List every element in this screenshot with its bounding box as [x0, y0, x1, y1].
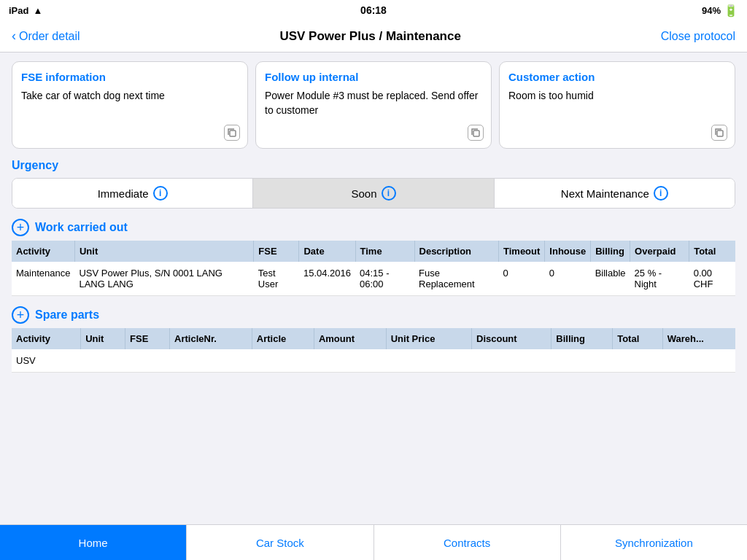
- customer-action-copy-icon[interactable]: [711, 125, 727, 141]
- col-billing: Billing: [591, 241, 630, 262]
- status-time: 06:18: [360, 4, 387, 16]
- spare-parts-header: + Spare parts: [12, 306, 735, 324]
- device-label: iPad: [9, 5, 28, 16]
- tab-synchronization-label: Synchronization: [615, 537, 693, 549]
- fse-info-text: Take car of watch dog next time: [21, 89, 239, 104]
- svg-rect-0: [230, 131, 236, 136]
- cell-timeout: 0: [499, 262, 545, 296]
- battery-icon: 🔋: [724, 4, 738, 18]
- col-overpaid: Overpaid: [630, 241, 689, 262]
- urgency-next-info-icon[interactable]: i: [654, 186, 668, 201]
- fse-copy-icon[interactable]: [224, 125, 240, 141]
- sp-col-warehouse: Wareh...: [662, 328, 735, 349]
- sp-cell-discount: [472, 349, 551, 373]
- follow-up-text: Power Module #3 must be replaced. Send o…: [265, 89, 482, 117]
- sp-cell-unit: [81, 349, 125, 373]
- sp-cell-total: [613, 349, 663, 373]
- tab-car-stock-label: Car Stock: [256, 537, 304, 549]
- follow-up-title: Follow up internal: [265, 71, 482, 83]
- urgency-next-maintenance-button[interactable]: Next Maintenance i: [495, 179, 735, 208]
- sp-cell-billing: [551, 349, 613, 373]
- spare-parts-label: Spare parts: [35, 308, 99, 322]
- nav-bar: ‹ Order detail USV Power Plus / Maintena…: [0, 20, 747, 52]
- sp-col-fse: FSE: [125, 328, 170, 349]
- sp-cell-activity: USV: [12, 349, 81, 373]
- tab-synchronization[interactable]: Synchronization: [561, 525, 747, 560]
- spare-parts-table-header: Activity Unit FSE ArticleNr. Article Amo…: [12, 328, 735, 349]
- cell-time: 04:15 - 06:00: [355, 262, 414, 296]
- urgency-soon-button[interactable]: Soon i: [253, 179, 494, 208]
- col-date: Date: [299, 241, 355, 262]
- follow-up-card: Follow up internal Power Module #3 must …: [255, 61, 492, 149]
- tab-home[interactable]: Home: [0, 525, 187, 560]
- sp-cell-unitprice: [386, 349, 471, 373]
- sp-col-unit: Unit: [81, 328, 125, 349]
- battery-percentage: 94%: [702, 5, 721, 16]
- sp-col-activity: Activity: [12, 328, 81, 349]
- customer-action-card: Customer action Room is too humid: [499, 61, 735, 149]
- col-unit: Unit: [74, 241, 253, 262]
- cell-date: 15.04.2016: [299, 262, 355, 296]
- info-cards-row: FSE information Take car of watch dog ne…: [12, 61, 735, 149]
- spare-parts-section: + Spare parts Activity Unit FSE ArticleN…: [12, 306, 735, 373]
- urgency-soon-info-icon[interactable]: i: [382, 186, 396, 201]
- customer-action-text: Room is too humid: [508, 89, 726, 104]
- col-timeout: Timeout: [499, 241, 545, 262]
- urgency-selector: Immediate i Soon i Next Maintenance i: [12, 178, 735, 209]
- table-row[interactable]: Maintenance USV Power Plus, S/N 0001 LAN…: [12, 262, 735, 296]
- customer-action-title: Customer action: [508, 71, 726, 83]
- cell-billing: Billable: [591, 262, 630, 296]
- urgency-immediate-info-icon[interactable]: i: [153, 186, 168, 201]
- svg-rect-1: [473, 131, 479, 136]
- svg-rect-2: [717, 131, 723, 136]
- tab-contracts[interactable]: Contracts: [374, 525, 561, 560]
- sp-col-billing: Billing: [551, 328, 613, 349]
- urgency-soon-label: Soon: [351, 187, 376, 200]
- sp-cell-amount: [314, 349, 386, 373]
- fse-info-card: FSE information Take car of watch dog ne…: [12, 61, 248, 149]
- add-spare-part-button[interactable]: +: [12, 306, 29, 324]
- follow-up-copy-icon[interactable]: [468, 125, 484, 141]
- sp-cell-fse: [125, 349, 170, 373]
- back-chevron-icon: ‹: [12, 28, 16, 44]
- col-inhouse: Inhouse: [545, 241, 591, 262]
- sp-col-total: Total: [613, 328, 663, 349]
- urgency-label: Urgency: [12, 159, 735, 172]
- sp-col-unitprice: Unit Price: [386, 328, 471, 349]
- tab-contracts-label: Contracts: [444, 537, 490, 549]
- cell-description: Fuse Replacement: [414, 262, 498, 296]
- tab-bar: Home Car Stock Contracts Synchronization: [0, 524, 747, 560]
- sp-col-articleNr: ArticleNr.: [170, 328, 252, 349]
- cell-total: 0.00 CHF: [689, 262, 735, 296]
- back-button[interactable]: ‹ Order detail: [12, 28, 80, 44]
- col-time: Time: [355, 241, 414, 262]
- urgency-immediate-label: Immediate: [98, 187, 149, 200]
- add-work-button[interactable]: +: [12, 219, 29, 236]
- sp-col-discount: Discount: [472, 328, 551, 349]
- col-total: Total: [689, 241, 735, 262]
- work-table-header: Activity Unit FSE Date Time Description …: [12, 241, 735, 262]
- cell-unit: USV Power Plus, S/N 0001 LANG LANG LANG: [74, 262, 253, 296]
- col-activity: Activity: [12, 241, 74, 262]
- status-right: 94% 🔋: [702, 4, 738, 18]
- col-description: Description: [414, 241, 498, 262]
- close-protocol-button[interactable]: Close protocol: [661, 30, 735, 43]
- main-content: FSE information Take car of watch dog ne…: [0, 52, 747, 524]
- fse-info-title: FSE information: [21, 71, 239, 83]
- urgency-next-label: Next Maintenance: [561, 187, 649, 200]
- work-section-header: + Work carried out: [12, 219, 735, 236]
- spare-parts-table: Activity Unit FSE ArticleNr. Article Amo…: [12, 328, 735, 373]
- tab-car-stock[interactable]: Car Stock: [187, 525, 374, 560]
- table-row[interactable]: USV: [12, 349, 735, 373]
- sp-cell-warehouse: [662, 349, 735, 373]
- sp-cell-article: [252, 349, 314, 373]
- back-label[interactable]: Order detail: [19, 30, 80, 43]
- col-fse: FSE: [254, 241, 299, 262]
- work-section-label: Work carried out: [35, 221, 128, 234]
- urgency-immediate-button[interactable]: Immediate i: [12, 179, 253, 208]
- sp-col-amount: Amount: [314, 328, 386, 349]
- cell-inhouse: 0: [545, 262, 591, 296]
- cell-fse: Test User: [254, 262, 299, 296]
- work-table-body: Maintenance USV Power Plus, S/N 0001 LAN…: [12, 262, 735, 296]
- sp-cell-articleNr: [170, 349, 252, 373]
